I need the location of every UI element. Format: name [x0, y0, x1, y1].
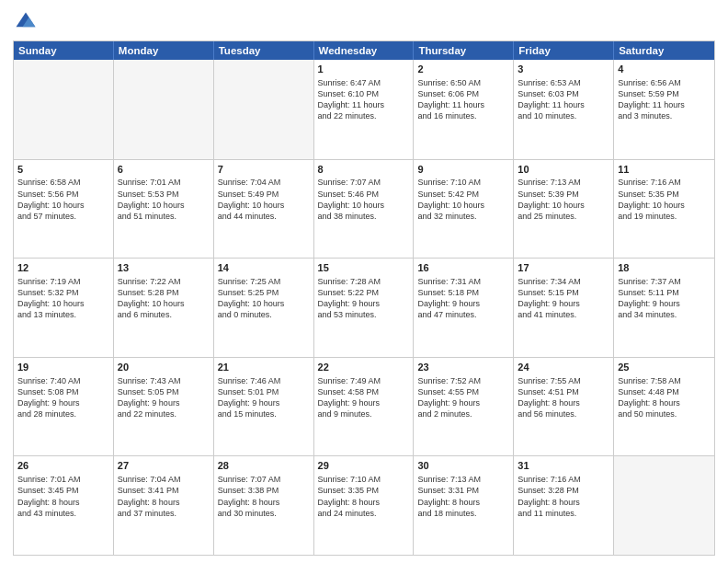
day-cell-22: 22Sunrise: 7:49 AM Sunset: 4:58 PM Dayli…: [314, 358, 415, 456]
day-cell-empty-0-1: [114, 60, 214, 159]
day-cell-12: 12Sunrise: 7:19 AM Sunset: 5:32 PM Dayli…: [14, 259, 114, 357]
cell-info: Sunrise: 7:13 AM Sunset: 5:39 PM Dayligh…: [518, 177, 609, 222]
logo-icon: [13, 9, 39, 35]
day-cell-26: 26Sunrise: 7:01 AM Sunset: 3:45 PM Dayli…: [14, 456, 114, 555]
day-number: 27: [118, 459, 210, 473]
week-row-1: 1Sunrise: 6:47 AM Sunset: 6:10 PM Daylig…: [14, 60, 714, 159]
day-header-friday: Friday: [514, 41, 614, 60]
day-cell-23: 23Sunrise: 7:52 AM Sunset: 4:55 PM Dayli…: [414, 358, 514, 456]
cell-info: Sunrise: 7:40 AM Sunset: 5:08 PM Dayligh…: [17, 375, 109, 420]
week-row-2: 5Sunrise: 6:58 AM Sunset: 5:56 PM Daylig…: [14, 159, 714, 259]
cell-info: Sunrise: 7:19 AM Sunset: 5:32 PM Dayligh…: [17, 276, 109, 321]
cell-info: Sunrise: 7:16 AM Sunset: 5:35 PM Dayligh…: [618, 177, 711, 222]
day-number: 12: [17, 261, 109, 275]
cell-info: Sunrise: 6:58 AM Sunset: 5:56 PM Dayligh…: [17, 177, 109, 222]
day-header-thursday: Thursday: [414, 41, 514, 60]
day-number: 15: [318, 261, 410, 275]
cell-info: Sunrise: 7:52 AM Sunset: 4:55 PM Dayligh…: [417, 375, 509, 420]
day-cell-14: 14Sunrise: 7:25 AM Sunset: 5:25 PM Dayli…: [214, 259, 314, 357]
cell-info: Sunrise: 6:47 AM Sunset: 6:10 PM Dayligh…: [318, 77, 410, 122]
day-cell-24: 24Sunrise: 7:55 AM Sunset: 4:51 PM Dayli…: [514, 358, 614, 456]
day-number: 28: [218, 459, 310, 473]
cell-info: Sunrise: 7:31 AM Sunset: 5:18 PM Dayligh…: [417, 276, 509, 321]
day-cell-11: 11Sunrise: 7:16 AM Sunset: 5:35 PM Dayli…: [614, 160, 714, 259]
day-number: 1: [318, 63, 410, 76]
day-cell-4: 4Sunrise: 6:56 AM Sunset: 5:59 PM Daylig…: [614, 60, 714, 159]
calendar-body: 1Sunrise: 6:47 AM Sunset: 6:10 PM Daylig…: [14, 60, 714, 555]
page: SundayMondayTuesdayWednesdayThursdayFrid…: [0, 0, 728, 563]
day-number: 16: [417, 261, 509, 275]
cell-info: Sunrise: 7:34 AM Sunset: 5:15 PM Dayligh…: [518, 276, 609, 321]
day-number: 10: [518, 163, 609, 177]
cell-info: Sunrise: 7:01 AM Sunset: 5:53 PM Dayligh…: [118, 177, 210, 222]
day-cell-28: 28Sunrise: 7:07 AM Sunset: 3:38 PM Dayli…: [214, 456, 314, 555]
cell-info: Sunrise: 7:16 AM Sunset: 3:28 PM Dayligh…: [518, 474, 609, 519]
day-cell-16: 16Sunrise: 7:31 AM Sunset: 5:18 PM Dayli…: [414, 259, 514, 357]
cell-info: Sunrise: 7:55 AM Sunset: 4:51 PM Dayligh…: [518, 375, 609, 420]
day-number: 18: [618, 261, 711, 275]
day-header-tuesday: Tuesday: [214, 41, 314, 60]
day-cell-21: 21Sunrise: 7:46 AM Sunset: 5:01 PM Dayli…: [214, 358, 314, 456]
day-number: 13: [118, 261, 210, 275]
cell-info: Sunrise: 6:50 AM Sunset: 6:06 PM Dayligh…: [417, 77, 509, 122]
day-number: 5: [17, 163, 109, 177]
cell-info: Sunrise: 7:07 AM Sunset: 3:38 PM Dayligh…: [218, 474, 310, 519]
day-number: 19: [17, 361, 109, 374]
day-cell-3: 3Sunrise: 6:53 AM Sunset: 6:03 PM Daylig…: [514, 60, 614, 159]
day-number: 6: [118, 163, 210, 177]
day-number: 2: [417, 63, 509, 76]
cell-info: Sunrise: 7:07 AM Sunset: 5:46 PM Dayligh…: [318, 177, 410, 222]
cell-info: Sunrise: 7:28 AM Sunset: 5:22 PM Dayligh…: [318, 276, 410, 321]
cell-info: Sunrise: 7:37 AM Sunset: 5:11 PM Dayligh…: [618, 276, 711, 321]
day-cell-29: 29Sunrise: 7:10 AM Sunset: 3:35 PM Dayli…: [314, 456, 415, 555]
day-cell-30: 30Sunrise: 7:13 AM Sunset: 3:31 PM Dayli…: [414, 456, 514, 555]
day-number: 23: [417, 361, 509, 374]
day-cell-empty-4-6: [614, 456, 714, 555]
day-number: 7: [218, 163, 310, 177]
cell-info: Sunrise: 7:13 AM Sunset: 3:31 PM Dayligh…: [417, 474, 509, 519]
day-cell-20: 20Sunrise: 7:43 AM Sunset: 5:05 PM Dayli…: [114, 358, 214, 456]
cell-info: Sunrise: 7:10 AM Sunset: 3:35 PM Dayligh…: [318, 474, 410, 519]
cell-info: Sunrise: 6:56 AM Sunset: 5:59 PM Dayligh…: [618, 77, 711, 122]
day-number: 8: [318, 163, 410, 177]
week-row-4: 19Sunrise: 7:40 AM Sunset: 5:08 PM Dayli…: [14, 357, 714, 456]
day-number: 21: [218, 361, 310, 374]
day-cell-8: 8Sunrise: 7:07 AM Sunset: 5:46 PM Daylig…: [314, 160, 415, 259]
day-cell-31: 31Sunrise: 7:16 AM Sunset: 3:28 PM Dayli…: [514, 456, 614, 555]
week-row-5: 26Sunrise: 7:01 AM Sunset: 3:45 PM Dayli…: [14, 455, 714, 555]
day-number: 11: [618, 163, 711, 177]
cell-info: Sunrise: 6:53 AM Sunset: 6:03 PM Dayligh…: [518, 77, 609, 122]
day-cell-15: 15Sunrise: 7:28 AM Sunset: 5:22 PM Dayli…: [314, 259, 415, 357]
cell-info: Sunrise: 7:01 AM Sunset: 3:45 PM Dayligh…: [17, 474, 109, 519]
day-cell-7: 7Sunrise: 7:04 AM Sunset: 5:49 PM Daylig…: [214, 160, 314, 259]
day-cell-6: 6Sunrise: 7:01 AM Sunset: 5:53 PM Daylig…: [114, 160, 214, 259]
week-row-3: 12Sunrise: 7:19 AM Sunset: 5:32 PM Dayli…: [14, 258, 714, 357]
day-number: 4: [618, 63, 711, 76]
cell-info: Sunrise: 7:22 AM Sunset: 5:28 PM Dayligh…: [118, 276, 210, 321]
calendar: SundayMondayTuesdayWednesdayThursdayFrid…: [13, 40, 715, 556]
day-header-saturday: Saturday: [614, 41, 714, 60]
calendar-header: SundayMondayTuesdayWednesdayThursdayFrid…: [14, 41, 714, 60]
day-cell-2: 2Sunrise: 6:50 AM Sunset: 6:06 PM Daylig…: [414, 60, 514, 159]
cell-info: Sunrise: 7:10 AM Sunset: 5:42 PM Dayligh…: [417, 177, 509, 222]
day-cell-27: 27Sunrise: 7:04 AM Sunset: 3:41 PM Dayli…: [114, 456, 214, 555]
day-header-wednesday: Wednesday: [314, 41, 415, 60]
day-cell-9: 9Sunrise: 7:10 AM Sunset: 5:42 PM Daylig…: [414, 160, 514, 259]
day-cell-empty-0-0: [14, 60, 114, 159]
day-number: 31: [518, 459, 609, 473]
cell-info: Sunrise: 7:04 AM Sunset: 5:49 PM Dayligh…: [218, 177, 310, 222]
cell-info: Sunrise: 7:58 AM Sunset: 4:48 PM Dayligh…: [618, 375, 711, 420]
cell-info: Sunrise: 7:25 AM Sunset: 5:25 PM Dayligh…: [218, 276, 310, 321]
day-header-monday: Monday: [114, 41, 214, 60]
day-number: 22: [318, 361, 410, 374]
day-number: 3: [518, 63, 609, 76]
day-cell-empty-0-2: [214, 60, 314, 159]
day-number: 14: [218, 261, 310, 275]
day-number: 17: [518, 261, 609, 275]
day-cell-10: 10Sunrise: 7:13 AM Sunset: 5:39 PM Dayli…: [514, 160, 614, 259]
day-number: 9: [417, 163, 509, 177]
day-number: 29: [318, 459, 410, 473]
day-cell-5: 5Sunrise: 6:58 AM Sunset: 5:56 PM Daylig…: [14, 160, 114, 259]
day-cell-18: 18Sunrise: 7:37 AM Sunset: 5:11 PM Dayli…: [614, 259, 714, 357]
day-cell-1: 1Sunrise: 6:47 AM Sunset: 6:10 PM Daylig…: [314, 60, 415, 159]
